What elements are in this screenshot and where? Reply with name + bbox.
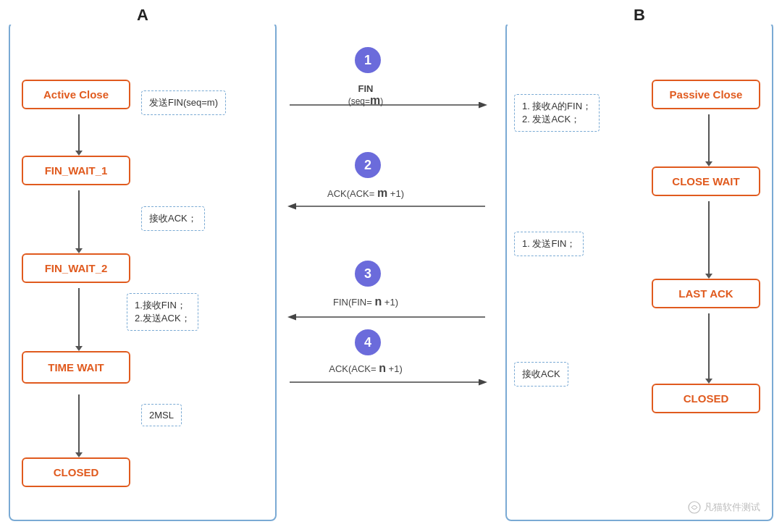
arrow-fin2-timewait	[75, 288, 83, 351]
step-1-circle: 1	[355, 47, 381, 73]
step-2-circle: 2	[355, 152, 381, 178]
step-2-label: ACK(ACK= m +1)	[300, 187, 431, 200]
arrow-timewait-closed	[75, 394, 83, 457]
panel-b-title: B	[505, 6, 773, 25]
dash-b-recv-ack: 接收ACK	[514, 362, 568, 387]
state-close-wait: CLOSE WAIT	[652, 166, 760, 196]
step-3-label: FIN(FIN= n +1)	[300, 295, 431, 308]
panel-a-title: A	[9, 6, 277, 25]
dash-recv-ack: 接收ACK；	[141, 206, 205, 231]
arrow-ack-ba	[282, 199, 500, 214]
dash-b-send-fin: 1. 发送FIN；	[514, 232, 584, 256]
state-fin-wait-2: FIN_WAIT_2	[22, 253, 130, 283]
watermark-icon	[688, 501, 701, 514]
state-passive-close: Passive Close	[652, 80, 760, 109]
diagram: A Active Close 发送FIN(seq=m) FIN_WAIT_1 接…	[0, 0, 782, 532]
svg-point-4	[689, 502, 700, 513]
arrow-ack4-ab	[282, 375, 500, 389]
step-4-circle: 4	[355, 329, 381, 355]
state-active-close: Active Close	[22, 80, 130, 109]
dash-send-fin: 发送FIN(seq=m)	[141, 90, 226, 115]
dash-2msl: 2MSL	[141, 404, 182, 426]
arrow-fin-ab	[282, 98, 500, 112]
step-4-label: ACK(ACK= n +1)	[300, 362, 431, 375]
arrow-active-fin1	[75, 114, 83, 156]
state-last-ack: LAST ACK	[652, 279, 760, 308]
arrow-fin3-ba	[282, 310, 500, 324]
state-closed-b: CLOSED	[652, 384, 760, 413]
dash-recv-fin-send-ack: 1.接收FIN； 2.发送ACK；	[127, 293, 198, 331]
arrow-fin1-fin2	[75, 190, 83, 253]
arrow-closewait-lastack	[705, 201, 712, 279]
watermark: 凡猫软件测试	[688, 501, 760, 514]
step-3-circle: 3	[355, 261, 381, 287]
arrow-passive-closewait	[705, 114, 712, 166]
state-time-wait: TIME WAIT	[22, 351, 130, 384]
state-fin-wait-1: FIN_WAIT_1	[22, 156, 130, 185]
dash-b-recv-fin: 1. 接收A的FIN； 2. 发送ACK；	[514, 94, 600, 132]
arrow-lastack-closed	[705, 313, 712, 384]
state-closed-a: CLOSED	[22, 457, 130, 487]
